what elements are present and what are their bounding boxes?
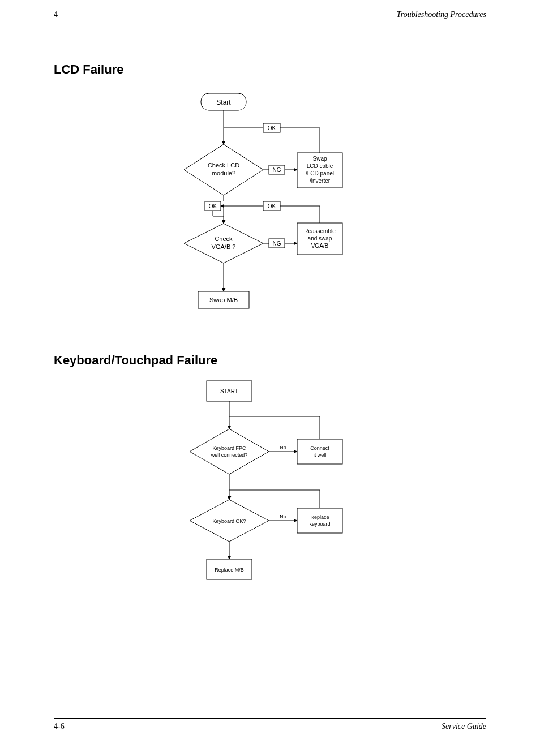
flow1-ok-top: OK (268, 125, 276, 131)
flow1-proc2-l1: Reassemble (304, 228, 336, 234)
flow1-proc1-l3: /LCD panel (306, 170, 334, 177)
flow2-proc2-l2: keyboard (309, 521, 330, 527)
flow2-dec1-l1: Keyboard FPC (212, 445, 246, 451)
header-title: Troubleshooting Procedures (397, 10, 486, 19)
flow1-decision2-l1: Check (215, 235, 233, 242)
flow1-decision2-l2: VGA/B ? (212, 243, 236, 250)
footer-page-number: 4-6 (54, 722, 65, 731)
svg-marker-34 (190, 429, 269, 474)
flow2-start: START (220, 388, 238, 394)
flow1-proc1-l2: LCD cable (307, 163, 333, 169)
header-page-number: 4 (54, 10, 58, 19)
page: 4 Troubleshooting Procedures LCD Failure… (0, 0, 540, 756)
flow2-dec1-l2: well connected? (211, 452, 248, 458)
flow1-decision1-l2: module? (212, 170, 235, 177)
flow2-dec2-l1: Keyboard OK? (212, 518, 246, 524)
flow2-end: Replace M/B (215, 567, 244, 573)
flow1-proc1-l4: /inverter (310, 178, 331, 184)
flow1-end: Swap M/B (209, 297, 238, 303)
header-rule (54, 23, 486, 23)
flow1-ng1: NG (273, 167, 281, 173)
flow2-no1: No (280, 445, 286, 450)
section-title-keyboard-failure: Keyboard/Touchpad Failure (54, 353, 217, 368)
flow1-proc2-l3: VGA/B (311, 243, 329, 249)
flow1-start: Start (216, 98, 231, 106)
flow1-proc2-l2: and swap (308, 235, 332, 242)
footer-title: Service Guide (442, 722, 486, 731)
flow1-ok-mid-left: OK (209, 203, 217, 209)
flow1-proc1-l1: Swap (312, 156, 327, 162)
svg-rect-36 (297, 439, 342, 464)
flow2-proc1-l2: it well (314, 452, 327, 458)
flow2-proc1-l1: Connect (310, 445, 329, 451)
flowchart-keyboard-failure: START Keyboard FPC well connected? No Co… (181, 378, 362, 587)
flow1-decision1-l1: Check LCD (208, 162, 239, 169)
flow2-proc2-l1: Replace (310, 514, 329, 520)
flowchart-lcd-failure: Start OK Check LCD module? NG Swap LCD c (175, 91, 368, 334)
flow1-ng2: NG (273, 240, 281, 247)
flow2-no2: No (280, 514, 286, 519)
svg-rect-43 (297, 508, 342, 533)
flow1-ok-mid-right: OK (268, 203, 276, 209)
section-title-lcd-failure: LCD Failure (54, 62, 123, 77)
footer-rule (54, 718, 486, 719)
